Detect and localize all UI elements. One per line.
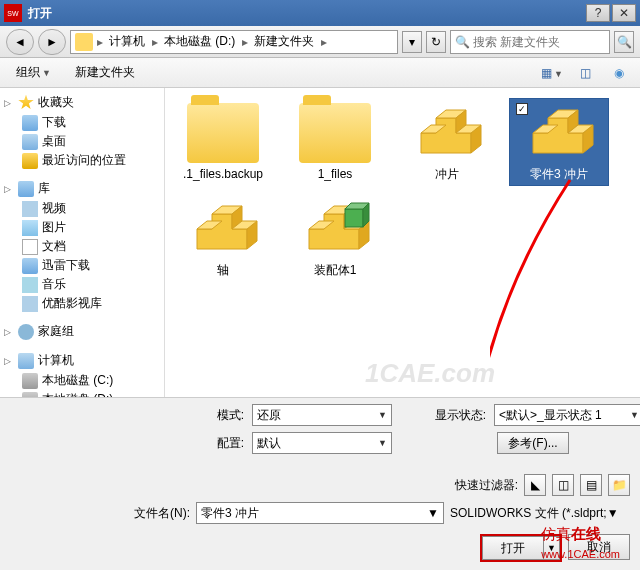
open-button-group: 打开 ▼ xyxy=(480,534,562,562)
main-area: ▷收藏夹 下载 桌面 最近访问的位置 ▷库 视频 图片 文档 迅雷下载 音乐 优… xyxy=(0,88,640,398)
tree-recent[interactable]: 最近访问的位置 xyxy=(0,151,164,170)
chevron-right-icon: ▸ xyxy=(95,35,105,49)
desktop-icon xyxy=(22,134,38,150)
close-button[interactable]: ✕ xyxy=(612,4,636,22)
tree-libraries[interactable]: ▷库 xyxy=(0,178,164,199)
tree-downloads[interactable]: 下载 xyxy=(0,113,164,132)
options-panel: 模式: 还原▼ 配置: 默认▼ 显示状态: <默认>_显示状态 1▼ 参考(F)… xyxy=(0,398,640,470)
part-icon xyxy=(523,103,595,163)
file-item-part-selected[interactable]: ✓ 零件3 冲片 xyxy=(509,98,609,186)
file-name: .1_files.backup xyxy=(178,167,268,181)
breadcrumb-part[interactable]: 本地磁盘 (D:) xyxy=(160,33,240,50)
window-title: 打开 xyxy=(28,5,584,22)
file-item-folder[interactable]: 1_files xyxy=(285,98,385,186)
mode-select[interactable]: 还原▼ xyxy=(252,404,392,426)
filename-input[interactable]: 零件3 冲片▼ xyxy=(196,502,444,524)
picture-icon xyxy=(22,220,38,236)
tree-disk-c[interactable]: 本地磁盘 (C:) xyxy=(0,371,164,390)
forward-button[interactable]: ► xyxy=(38,29,66,55)
assembly-icon xyxy=(299,199,371,259)
references-button[interactable]: 参考(F)... xyxy=(497,432,568,454)
history-dropdown[interactable]: ▾ xyxy=(402,31,422,53)
cancel-button[interactable]: 取消 xyxy=(568,534,630,560)
video-icon xyxy=(22,201,38,217)
breadcrumb-part[interactable]: 新建文件夹 xyxy=(250,33,319,50)
navbar: ◄ ► ▸ 计算机 ▸ 本地磁盘 (D:) ▸ 新建文件夹 ▸ ▾ ↻ 🔍 🔍 xyxy=(0,26,640,58)
computer-icon xyxy=(18,353,34,369)
video-icon xyxy=(22,296,38,312)
file-item-folder[interactable]: .1_files.backup xyxy=(173,98,273,186)
watermark: 1CAE.com xyxy=(365,358,495,389)
chevron-right-icon: ▸ xyxy=(240,35,250,49)
tree-videos[interactable]: 视频 xyxy=(0,199,164,218)
app-icon: SW xyxy=(4,4,22,22)
file-name: 轴 xyxy=(178,263,268,277)
part-icon xyxy=(187,199,259,259)
file-name: 装配体1 xyxy=(290,263,380,277)
sidebar: ▷收藏夹 下载 桌面 最近访问的位置 ▷库 视频 图片 文档 迅雷下载 音乐 优… xyxy=(0,88,165,397)
search-input[interactable] xyxy=(473,35,605,49)
filename-label: 文件名(N): xyxy=(120,505,190,522)
disk-icon xyxy=(22,392,38,398)
config-label: 配置: xyxy=(180,435,244,452)
chevron-right-icon: ▸ xyxy=(150,35,160,49)
help-icon[interactable]: ◉ xyxy=(608,63,630,83)
display-state-label: 显示状态: xyxy=(422,407,486,424)
filter-part-button[interactable]: ◣ xyxy=(524,474,546,496)
tree-documents[interactable]: 文档 xyxy=(0,237,164,256)
homegroup-icon xyxy=(18,324,34,340)
chevron-right-icon: ▸ xyxy=(319,35,329,49)
config-select[interactable]: 默认▼ xyxy=(252,432,392,454)
help-button[interactable]: ? xyxy=(586,4,610,22)
refresh-button[interactable]: ↻ xyxy=(426,31,446,53)
filter-all-button[interactable]: 📁 xyxy=(608,474,630,496)
open-button[interactable]: 打开 xyxy=(482,536,544,560)
file-item-part[interactable]: 轴 xyxy=(173,194,273,282)
search-icon: 🔍 xyxy=(455,35,470,49)
search-box[interactable]: 🔍 xyxy=(450,30,610,54)
filter-asm-button[interactable]: ◫ xyxy=(552,474,574,496)
new-folder-button[interactable]: 新建文件夹 xyxy=(69,62,141,83)
tree-desktop[interactable]: 桌面 xyxy=(0,132,164,151)
recent-icon xyxy=(22,153,38,169)
back-button[interactable]: ◄ xyxy=(6,29,34,55)
breadcrumb[interactable]: ▸ 计算机 ▸ 本地磁盘 (D:) ▸ 新建文件夹 ▸ xyxy=(70,30,398,54)
view-mode-button[interactable]: ▦▼ xyxy=(540,63,562,83)
file-item-assembly[interactable]: 装配体1 xyxy=(285,194,385,282)
filter-drawing-button[interactable]: ▤ xyxy=(580,474,602,496)
tree-favorites[interactable]: ▷收藏夹 xyxy=(0,92,164,113)
filetype-select[interactable]: SOLIDWORKS 文件 (*.sldprt;▼ xyxy=(450,505,630,522)
star-icon xyxy=(18,95,34,111)
download-icon xyxy=(22,258,38,274)
organize-menu[interactable]: 组织▼ xyxy=(10,62,57,83)
downloads-icon xyxy=(22,115,38,131)
tree-disk-d[interactable]: 本地磁盘 (D:) xyxy=(0,390,164,397)
tree-music[interactable]: 音乐 xyxy=(0,275,164,294)
tree-computer[interactable]: ▷计算机 xyxy=(0,350,164,371)
library-icon xyxy=(18,181,34,197)
tree-homegroup[interactable]: ▷家庭组 xyxy=(0,321,164,342)
folder-icon xyxy=(299,103,371,163)
display-state-select[interactable]: <默认>_显示状态 1▼ xyxy=(494,404,640,426)
file-pane[interactable]: .1_files.backup 1_files 冲片 ✓ 零件3 冲片 轴 xyxy=(165,88,640,397)
titlebar: SW 打开 ? ✕ xyxy=(0,0,640,26)
preview-pane-button[interactable]: ◫ xyxy=(574,63,596,83)
file-name: 冲片 xyxy=(402,167,492,181)
part-icon xyxy=(411,103,483,163)
disk-icon xyxy=(22,373,38,389)
document-icon xyxy=(22,239,38,255)
file-item-part[interactable]: 冲片 xyxy=(397,98,497,186)
open-dropdown[interactable]: ▼ xyxy=(544,536,560,560)
breadcrumb-part[interactable]: 计算机 xyxy=(105,33,150,50)
tree-youku[interactable]: 优酷影视库 xyxy=(0,294,164,313)
svg-rect-24 xyxy=(345,209,363,227)
toolbar: 组织▼ 新建文件夹 ▦▼ ◫ ◉ xyxy=(0,58,640,88)
search-go-button[interactable]: 🔍 xyxy=(614,31,634,53)
folder-icon xyxy=(75,33,93,51)
tree-pictures[interactable]: 图片 xyxy=(0,218,164,237)
tree-xunlei[interactable]: 迅雷下载 xyxy=(0,256,164,275)
music-icon xyxy=(22,277,38,293)
file-name: 零件3 冲片 xyxy=(514,167,604,181)
file-name: 1_files xyxy=(290,167,380,181)
folder-icon xyxy=(187,103,259,163)
